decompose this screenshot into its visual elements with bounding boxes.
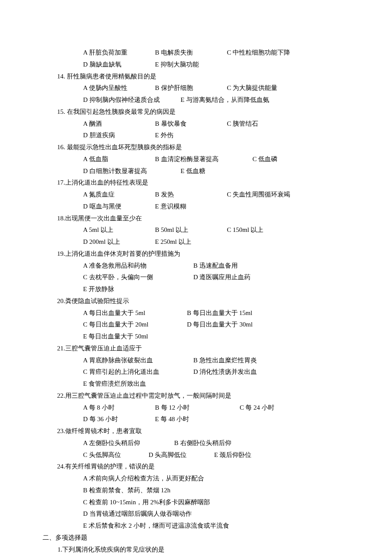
question-20-options-row3: E 每日出血量大于 50ml bbox=[43, 331, 366, 343]
option-e: E 外伤 bbox=[155, 130, 173, 142]
option-c: C 150ml 以上 bbox=[227, 224, 264, 236]
option-e: E 意识模糊 bbox=[155, 201, 186, 213]
question-24-option-c: C 检查前 10~15min，用 2%利多卡因麻醉咽部 bbox=[43, 497, 366, 509]
option-b: B 右侧卧位头稍后仰 bbox=[174, 437, 231, 449]
question-20-options-row2: C 每日出血量大于 20ml D 每日出血量大于 30ml bbox=[43, 319, 366, 331]
question-21-options-row2: C 胃癌引起的上消化道出血 D 消化性溃疡并发出血 bbox=[43, 366, 366, 378]
question-17-options: A 氮质血症 B 发热 C 失血性周围循环衰竭 bbox=[43, 189, 366, 201]
option-e: E 与游离氨结合，从而降低血氨 bbox=[181, 94, 269, 106]
option-d: D 脑缺血缺氧 bbox=[83, 59, 153, 71]
option-a: A 胃底静脉曲张破裂出血 bbox=[83, 355, 192, 367]
question-18-options: A 5ml 以上 B 50ml 以上 C 150ml 以上 bbox=[43, 224, 366, 236]
question-19-options-row2: C 去枕平卧，头偏向一侧 D 遵医嘱应用止血药 bbox=[43, 272, 366, 283]
option-b: B 50ml 以上 bbox=[155, 224, 225, 236]
option-b: B 急性出血糜烂性胃炎 bbox=[193, 355, 257, 367]
option-d: D 呕血与黑便 bbox=[83, 201, 153, 213]
section2-question-1-stem: 1.下列属消化系统疾病的常见症状的是 bbox=[43, 544, 366, 555]
option-b: B 保护肝细胞 bbox=[155, 82, 225, 94]
option-c: C 中性粒细胞功能下降 bbox=[227, 47, 291, 59]
question-14-options-row2: D 抑制脑内假神经递质合成 E 与游离氨结合，从而降低血氨 bbox=[43, 94, 366, 106]
option-d: D 白细胞计数显著提高 bbox=[83, 165, 179, 177]
question-17-options-row2: D 呕血与黑便 E 意识模糊 bbox=[43, 201, 366, 213]
option-a: A 酗酒 bbox=[83, 118, 153, 130]
option-b: B 发热 bbox=[155, 189, 225, 201]
section-2-title: 二、多项选择题 bbox=[43, 532, 366, 544]
question-16-options: A 低血脂 B 血清淀粉酶显著提高 C 低血磷 bbox=[43, 153, 366, 165]
question-23-stem: 23.做纤维胃镜术时，患者宜取 bbox=[43, 425, 366, 437]
option-c: C 每日出血量大于 20ml bbox=[83, 319, 185, 331]
question-21-stem: 21.三腔气囊管压迫止血适应于 bbox=[43, 343, 366, 355]
option-b: B 每日出血量大于 15ml bbox=[187, 307, 252, 319]
question-18-options-row2: D 200ml 以上 E 250ml 以上 bbox=[43, 236, 366, 248]
option-c: C 失血性周围循环衰竭 bbox=[227, 189, 291, 201]
question-22-options: A 每 8 小时 B 每 12 小时 C 每 24 小时 bbox=[43, 402, 366, 414]
option-a: A 准备急救用品和药物 bbox=[83, 260, 192, 272]
question-23-options-row2: C 头低脚高位 D 头高脚低位 E 颈后仰卧位 bbox=[43, 449, 366, 461]
question-24-option-b: B 检查前禁食、禁药、禁烟 12h bbox=[43, 485, 366, 497]
question-13-options-row2: D 脑缺血缺氧 E 抑制大脑功能 bbox=[43, 59, 366, 71]
option-c: C 头低脚高位 bbox=[83, 449, 147, 461]
question-24-option-d: D 当胃镜通过咽部后嘱病人做吞咽动作 bbox=[43, 508, 366, 520]
option-a: A 低血脂 bbox=[83, 153, 153, 165]
question-14-stem: 14. 肝性脑病患者使用精氨酸目的是 bbox=[43, 71, 366, 83]
question-17-stem: 17.上消化道出血的特征性表现是 bbox=[43, 177, 366, 189]
option-a: A 左侧卧位头稍后仰 bbox=[83, 437, 173, 449]
question-19-stem: 19.上消化道出血伴休克时首要的护理措施为 bbox=[43, 248, 366, 260]
question-19-options-row3: E 开放静脉 bbox=[43, 283, 366, 295]
option-d: D 消化性溃疡并发出血 bbox=[193, 366, 257, 378]
option-e: E 低血糖 bbox=[181, 165, 205, 177]
option-a: A 每日出血量大于 5ml bbox=[83, 307, 185, 319]
option-e: E 开放静脉 bbox=[83, 283, 114, 295]
option-e: E 每日出血量大于 50ml bbox=[83, 331, 148, 343]
document-page: A 肝脏负荷加重 B 电解质失衡 C 中性粒细胞功能下降 D 脑缺血缺氧 E 抑… bbox=[0, 0, 392, 555]
option-c: C 每 24 小时 bbox=[240, 402, 274, 414]
option-c: C 胃癌引起的上消化道出血 bbox=[83, 366, 192, 378]
option-b: B 血清淀粉酶显著提高 bbox=[155, 153, 251, 165]
option-d: D 抑制脑内假神经递质合成 bbox=[83, 94, 179, 106]
question-20-options: A 每日出血量大于 5ml B 每日出血量大于 15ml bbox=[43, 307, 366, 319]
option-d: D 胆道疾病 bbox=[83, 130, 153, 142]
option-d: D 200ml 以上 bbox=[83, 236, 153, 248]
question-22-options-row2: D 每 36 小时 E 每 48 小时 bbox=[43, 413, 366, 425]
option-e: E 食管癌溃烂所致出血 bbox=[83, 378, 146, 390]
option-c: C 为大脑提供能量 bbox=[227, 82, 278, 94]
option-c: C 低血磷 bbox=[253, 153, 278, 165]
question-24-option-e: E 术后禁食和水 2 小时，继而可进温凉流食或半流食 bbox=[43, 520, 366, 532]
option-b: B 每 12 小时 bbox=[155, 402, 238, 414]
question-16-stem: 16. 最能提示急性出血坏死型胰腺炎的指标是 bbox=[43, 142, 366, 153]
option-c: C 去枕平卧，头偏向一侧 bbox=[83, 272, 192, 283]
question-13-options: A 肝脏负荷加重 B 电解质失衡 C 中性粒细胞功能下降 bbox=[43, 47, 366, 59]
question-14-options: A 使肠内呈酸性 B 保护肝细胞 C 为大脑提供能量 bbox=[43, 82, 366, 94]
option-a: A 氮质血症 bbox=[83, 189, 153, 201]
question-15-options-row2: D 胆道疾病 E 外伤 bbox=[43, 130, 366, 142]
option-c: C 胰管结石 bbox=[227, 118, 259, 130]
option-b: B 电解质失衡 bbox=[155, 47, 225, 59]
question-20-stem: 20.粪便隐血试验阳性提示 bbox=[43, 295, 366, 307]
option-a: A 使肠内呈酸性 bbox=[83, 82, 153, 94]
question-24-stem: 24.有关纤维胃镜的护理，错误的是 bbox=[43, 461, 366, 473]
question-16-options-row2: D 白细胞计数显著提高 E 低血糖 bbox=[43, 165, 366, 177]
question-15-options: A 酗酒 B 暴饮暴食 C 胰管结石 bbox=[43, 118, 366, 130]
question-21-options-row3: E 食管癌溃烂所致出血 bbox=[43, 378, 366, 390]
question-15-stem: 15. 在我国引起急性胰腺炎最常见的病因是 bbox=[43, 106, 366, 118]
option-e: E 抑制大脑功能 bbox=[155, 59, 199, 71]
option-a: A 肝脏负荷加重 bbox=[83, 47, 153, 59]
option-e: E 250ml 以上 bbox=[155, 236, 191, 248]
option-e: E 颈后仰卧位 bbox=[214, 449, 252, 461]
question-18-stem: 18.出现黑便一次出血量至少在 bbox=[43, 213, 366, 225]
question-19-options: A 准备急救用品和药物 B 迅速配血备用 bbox=[43, 260, 366, 272]
option-b: B 暴饮暴食 bbox=[155, 118, 225, 130]
question-24-option-a: A 术前向病人介绍检查方法，从而更好配合 bbox=[43, 473, 366, 485]
option-d: D 每 36 小时 bbox=[83, 413, 153, 425]
question-21-options: A 胃底静脉曲张破裂出血 B 急性出血糜烂性胃炎 bbox=[43, 355, 366, 367]
question-22-stem: 22.用三腔气囊管压迫止血过程中需定时放气，一般间隔时间是 bbox=[43, 390, 366, 402]
option-e: E 每 48 小时 bbox=[155, 413, 189, 425]
question-23-options: A 左侧卧位头稍后仰 B 右侧卧位头稍后仰 bbox=[43, 437, 366, 449]
option-d: D 头高脚低位 bbox=[149, 449, 213, 461]
option-d: D 遵医嘱应用止血药 bbox=[193, 272, 251, 283]
option-d: D 每日出血量大于 30ml bbox=[187, 319, 253, 331]
option-a: A 5ml 以上 bbox=[83, 224, 153, 236]
option-a: A 每 8 小时 bbox=[83, 402, 153, 414]
option-b: B 迅速配血备用 bbox=[193, 260, 238, 272]
